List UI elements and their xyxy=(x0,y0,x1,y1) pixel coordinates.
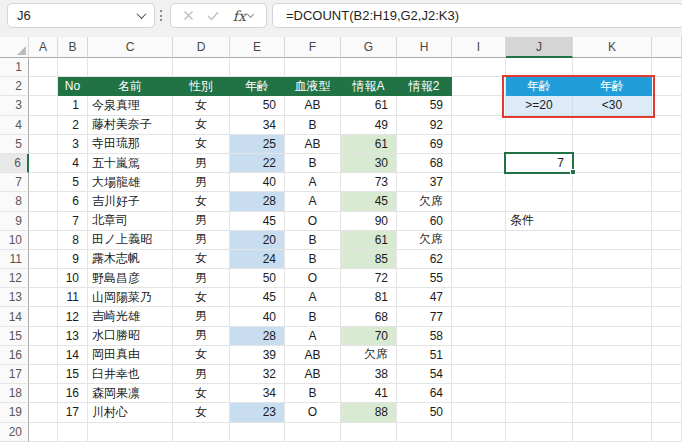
cell-C7[interactable]: 大場龍雄 xyxy=(88,173,173,192)
cell-C6[interactable]: 五十嵐篤 xyxy=(88,154,173,173)
cell-H18[interactable]: 64 xyxy=(397,384,452,403)
cell-I20[interactable] xyxy=(452,423,506,442)
name-box[interactable]: J6 xyxy=(7,3,155,28)
column-header-J[interactable]: J xyxy=(506,37,573,58)
cell-G8[interactable]: 45 xyxy=(341,192,397,211)
cell-J4[interactable] xyxy=(506,116,573,135)
cell-K10[interactable] xyxy=(573,231,652,250)
cell-H5[interactable]: 69 xyxy=(397,135,452,154)
enter-button[interactable] xyxy=(202,5,224,26)
cell-H2[interactable]: 情報2 xyxy=(397,77,452,96)
cell-F6[interactable]: B xyxy=(285,154,341,173)
cell-K6[interactable] xyxy=(573,154,652,173)
row-header-17[interactable]: 17 xyxy=(0,365,29,384)
column-header-D[interactable]: D xyxy=(173,37,230,58)
cell-G16[interactable]: 欠席 xyxy=(341,346,397,365)
row-header-9[interactable]: 9 xyxy=(0,212,29,231)
row-header-16[interactable]: 16 xyxy=(0,346,29,365)
cell-L16[interactable] xyxy=(652,346,682,365)
cell-A4[interactable] xyxy=(29,116,58,135)
row-header-15[interactable]: 15 xyxy=(0,327,29,346)
cell-H1[interactable] xyxy=(397,58,452,77)
cell-B15[interactable]: 13 xyxy=(58,327,88,346)
cell-A5[interactable] xyxy=(29,135,58,154)
cell-K15[interactable] xyxy=(573,327,652,346)
cell-D3[interactable]: 女 xyxy=(173,96,230,115)
cell-H7[interactable]: 37 xyxy=(397,173,452,192)
cell-I12[interactable] xyxy=(452,269,506,288)
cell-G18[interactable]: 41 xyxy=(341,384,397,403)
cell-D1[interactable] xyxy=(173,58,230,77)
cell-F11[interactable]: B xyxy=(285,250,341,269)
cell-C19[interactable]: 川村心 xyxy=(88,403,173,422)
cell-C11[interactable]: 露木志帆 xyxy=(88,250,173,269)
cell-F7[interactable]: A xyxy=(285,173,341,192)
cell-G4[interactable]: 49 xyxy=(341,116,397,135)
cell-C9[interactable]: 北章司 xyxy=(88,212,173,231)
cell-B2[interactable]: No xyxy=(58,77,88,96)
cell-I8[interactable] xyxy=(452,192,506,211)
cell-L15[interactable] xyxy=(652,327,682,346)
row-header-8[interactable]: 8 xyxy=(0,192,29,211)
cell-D2[interactable]: 性別 xyxy=(173,77,230,96)
cell-B10[interactable]: 8 xyxy=(58,231,88,250)
cell-H20[interactable] xyxy=(397,423,452,442)
cell-C14[interactable]: 吉崎光雄 xyxy=(88,307,173,326)
cell-E6[interactable]: 22 xyxy=(230,154,285,173)
cell-B18[interactable]: 16 xyxy=(58,384,88,403)
cell-K17[interactable] xyxy=(573,365,652,384)
cell-E1[interactable] xyxy=(230,58,285,77)
cell-G14[interactable]: 68 xyxy=(341,307,397,326)
column-header-E[interactable]: E xyxy=(230,37,285,58)
cell-C10[interactable]: 田ノ上義昭 xyxy=(88,231,173,250)
cell-E16[interactable]: 39 xyxy=(230,346,285,365)
cell-A14[interactable] xyxy=(29,307,58,326)
cell-E17[interactable]: 32 xyxy=(230,365,285,384)
cell-K4[interactable] xyxy=(573,116,652,135)
cell-K16[interactable] xyxy=(573,346,652,365)
column-header-L[interactable] xyxy=(652,37,682,58)
cell-E13[interactable]: 45 xyxy=(230,288,285,307)
fill-handle[interactable] xyxy=(570,169,576,175)
cell-A9[interactable] xyxy=(29,212,58,231)
cell-B4[interactable]: 2 xyxy=(58,116,88,135)
cell-J15[interactable] xyxy=(506,327,573,346)
cell-C13[interactable]: 山岡陽菜乃 xyxy=(88,288,173,307)
cell-D6[interactable]: 男 xyxy=(173,154,230,173)
cell-B9[interactable]: 7 xyxy=(58,212,88,231)
cell-H11[interactable]: 62 xyxy=(397,250,452,269)
cell-F1[interactable] xyxy=(285,58,341,77)
cell-J13[interactable] xyxy=(506,288,573,307)
cell-E15[interactable]: 28 xyxy=(230,327,285,346)
cell-D12[interactable]: 男 xyxy=(173,269,230,288)
cell-A19[interactable] xyxy=(29,403,58,422)
cell-J16[interactable] xyxy=(506,346,573,365)
cell-L20[interactable] xyxy=(652,423,682,442)
cell-K14[interactable] xyxy=(573,307,652,326)
cell-E8[interactable]: 28 xyxy=(230,192,285,211)
cell-H16[interactable]: 51 xyxy=(397,346,452,365)
cell-I4[interactable] xyxy=(452,116,506,135)
cell-C4[interactable]: 藤村美奈子 xyxy=(88,116,173,135)
cell-C5[interactable]: 寺田琉那 xyxy=(88,135,173,154)
cell-I14[interactable] xyxy=(452,307,506,326)
cell-E18[interactable]: 34 xyxy=(230,384,285,403)
cell-F8[interactable]: A xyxy=(285,192,341,211)
column-header-A[interactable]: A xyxy=(29,37,58,58)
cell-B8[interactable]: 6 xyxy=(58,192,88,211)
cancel-button[interactable] xyxy=(177,5,199,26)
cell-E9[interactable]: 45 xyxy=(230,212,285,231)
cell-E19[interactable]: 23 xyxy=(230,403,285,422)
cell-C12[interactable]: 野島昌彦 xyxy=(88,269,173,288)
cell-A16[interactable] xyxy=(29,346,58,365)
cell-L1[interactable] xyxy=(652,58,682,77)
cell-C3[interactable]: 今泉真理 xyxy=(88,96,173,115)
cell-L2[interactable] xyxy=(652,77,682,96)
cell-J7[interactable] xyxy=(506,173,573,192)
cell-D18[interactable]: 女 xyxy=(173,384,230,403)
cell-I10[interactable] xyxy=(452,231,506,250)
cell-E7[interactable]: 40 xyxy=(230,173,285,192)
cell-F19[interactable]: O xyxy=(285,403,341,422)
cell-G6[interactable]: 30 xyxy=(341,154,397,173)
cell-F5[interactable]: AB xyxy=(285,135,341,154)
